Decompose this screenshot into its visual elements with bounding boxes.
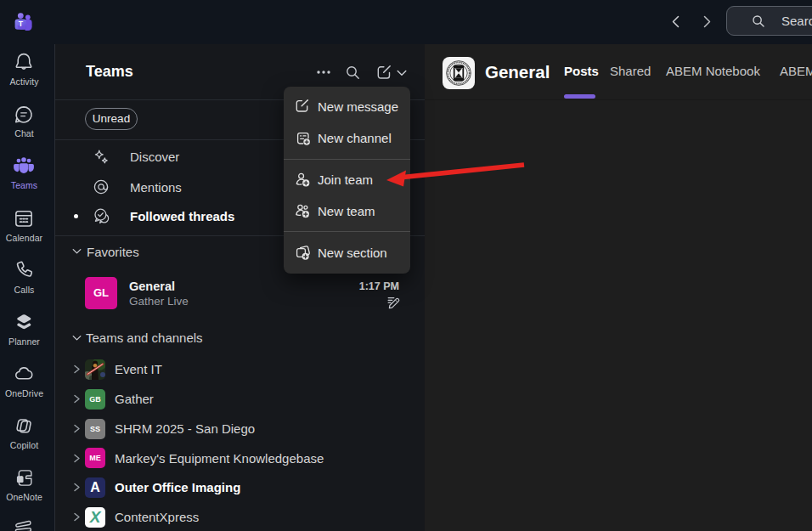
svg-text:N: N — [18, 476, 22, 482]
